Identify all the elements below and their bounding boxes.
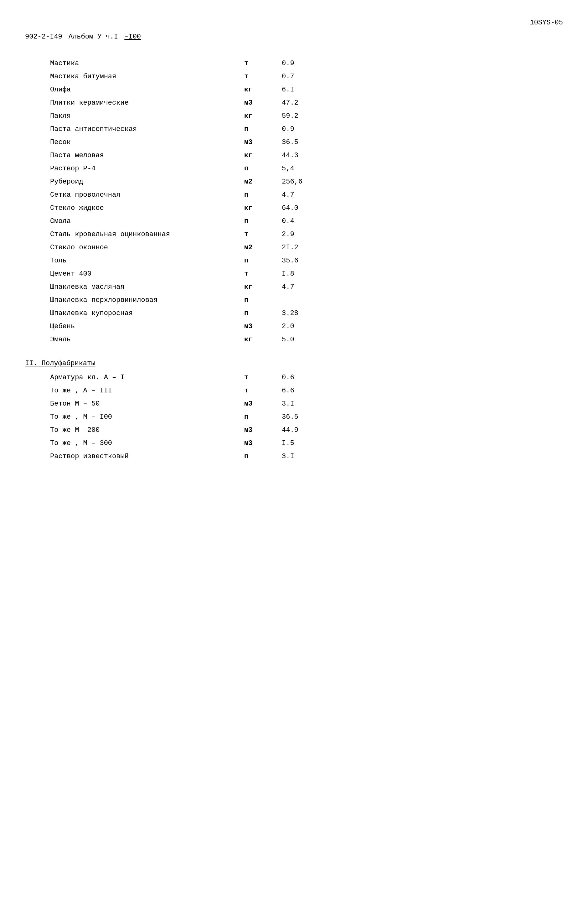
material-name: Толь xyxy=(50,257,244,265)
material-name: Плитки керамические xyxy=(50,99,244,107)
sf-value: 6.6 xyxy=(282,387,332,395)
material-value: 64.0 xyxy=(282,204,332,212)
table-row: Паста антисептическаяп0.9 xyxy=(50,125,588,137)
material-value: 2.9 xyxy=(282,230,332,238)
material-name: Щебень xyxy=(50,322,244,330)
table-row: Тольп35.6 xyxy=(50,257,588,268)
material-name: Смола xyxy=(50,217,244,225)
material-name: Сетка проволочная xyxy=(50,191,244,199)
material-name: Шпаклевка перхлорвиниловая xyxy=(50,296,244,304)
header-album: Альбом У ч.I xyxy=(69,33,118,41)
table-row: Мастикат0.9 xyxy=(50,59,588,71)
doc-header: 902-2-I49 Альбом У ч.I –I00 xyxy=(25,33,563,41)
doc-id: 10SYS-05 xyxy=(25,19,563,27)
sf-name: То же , М – 300 xyxy=(50,439,244,447)
sf-value: 44.9 xyxy=(282,426,332,434)
material-unit: кг xyxy=(244,152,282,160)
material-value: 0.7 xyxy=(282,73,332,80)
material-unit: м3 xyxy=(244,139,282,146)
sf-name: То же М –200 xyxy=(50,426,244,434)
material-name: Цемент 400 xyxy=(50,270,244,278)
material-unit: кг xyxy=(244,86,282,94)
table-row: То же , М – 300м3I.5 xyxy=(50,439,588,451)
table-row: То же М –200м344.9 xyxy=(50,426,588,437)
sf-value: 3.I xyxy=(282,400,332,408)
material-value: 5,4 xyxy=(282,165,332,172)
material-value: 44.3 xyxy=(282,152,332,160)
sf-name: Раствор известковый xyxy=(50,453,244,460)
table-row: Смолап0.4 xyxy=(50,217,588,229)
material-name: Эмаль xyxy=(50,336,244,343)
material-value: 35.6 xyxy=(282,257,332,265)
material-value: 59.2 xyxy=(282,112,332,120)
material-value: 2.0 xyxy=(282,322,332,330)
material-name: Мастика xyxy=(50,59,244,67)
table-row: Сетка проволочнаяп4.7 xyxy=(50,191,588,202)
page: 10SYS-05 902-2-I49 Альбом У ч.I –I00 Мас… xyxy=(25,19,563,464)
material-unit: кг xyxy=(244,204,282,212)
material-unit: кг xyxy=(244,283,282,291)
material-name: Шпаклевка купоросная xyxy=(50,309,244,317)
material-unit: т xyxy=(244,73,282,80)
table-row: Сталь кровельная оцинкованнаят2.9 xyxy=(50,230,588,242)
table-row: Рубероидм2256,6 xyxy=(50,178,588,189)
sf-value: 3.I xyxy=(282,453,332,460)
table-row: Стекло оконноем22I.2 xyxy=(50,244,588,255)
material-name: Олифа xyxy=(50,86,244,94)
table-row: Бетон М – 50м33.I xyxy=(50,400,588,411)
material-value: 6.I xyxy=(282,86,332,94)
material-unit: м2 xyxy=(244,178,282,186)
table-row: Щебеньм32.0 xyxy=(50,322,588,334)
material-value: 0.9 xyxy=(282,59,332,67)
material-name: Песок xyxy=(50,139,244,146)
material-unit: п xyxy=(244,125,282,133)
material-name: Шпаклевка масляная xyxy=(50,283,244,291)
table-row: Мастика битумнаят0.7 xyxy=(50,73,588,84)
table-row: Паклякг59.2 xyxy=(50,112,588,123)
sf-value: 0.6 xyxy=(282,373,332,381)
material-name: Стекло жидкое xyxy=(50,204,244,212)
sf-name: Арматура кл. А – I xyxy=(50,373,244,381)
table-row: Стекло жидкоекг64.0 xyxy=(50,204,588,215)
sf-unit: м3 xyxy=(244,400,282,408)
material-unit: п xyxy=(244,257,282,265)
material-name: Раствор Р-4 xyxy=(50,165,244,172)
table-row: Шпаклевка перхлорвиниловаяп xyxy=(50,296,588,308)
semifinished-table: Арматура кл. А – Iт0.6То же , А – IIIт6.… xyxy=(50,373,588,464)
table-row: Песокм336.5 xyxy=(50,139,588,150)
material-unit: т xyxy=(244,59,282,67)
table-row: Шпаклевка купороснаяп3.28 xyxy=(50,309,588,321)
header-num: –I00 xyxy=(124,33,141,41)
table-row: То же , М – I00п36.5 xyxy=(50,413,588,424)
material-unit: м3 xyxy=(244,99,282,107)
material-name: Стекло оконное xyxy=(50,244,244,252)
material-value: 4.7 xyxy=(282,283,332,291)
table-row: То же , А – IIIт6.6 xyxy=(50,387,588,398)
sf-unit: м3 xyxy=(244,439,282,447)
sf-unit: п xyxy=(244,453,282,460)
table-row: Раствор известковыйп3.I xyxy=(50,453,588,464)
material-unit: п xyxy=(244,191,282,199)
sf-unit: т xyxy=(244,387,282,395)
materials-table: Мастикат0.9Мастика битумнаят0.7Олифакг6.… xyxy=(50,59,588,347)
section2-header: II. Полуфабрикаты xyxy=(25,359,563,367)
table-row: Плитки керамическием347.2 xyxy=(50,99,588,110)
material-name: Паста антисептическая xyxy=(50,125,244,133)
material-value: 47.2 xyxy=(282,99,332,107)
sf-name: То же , М – I00 xyxy=(50,413,244,421)
material-unit: м3 xyxy=(244,322,282,330)
material-name: Паста меловая xyxy=(50,152,244,160)
material-unit: п xyxy=(244,309,282,317)
material-value: 256,6 xyxy=(282,178,332,186)
material-value: 36.5 xyxy=(282,139,332,146)
sf-unit: т xyxy=(244,373,282,381)
material-unit: кг xyxy=(244,336,282,343)
material-value: 4.7 xyxy=(282,191,332,199)
material-unit: п xyxy=(244,217,282,225)
material-unit: т xyxy=(244,230,282,238)
material-name: Мастика битумная xyxy=(50,73,244,80)
sf-value: I.5 xyxy=(282,439,332,447)
header-code: 902-2-I49 xyxy=(25,33,62,41)
material-value: I.8 xyxy=(282,270,332,278)
material-unit: м2 xyxy=(244,244,282,252)
